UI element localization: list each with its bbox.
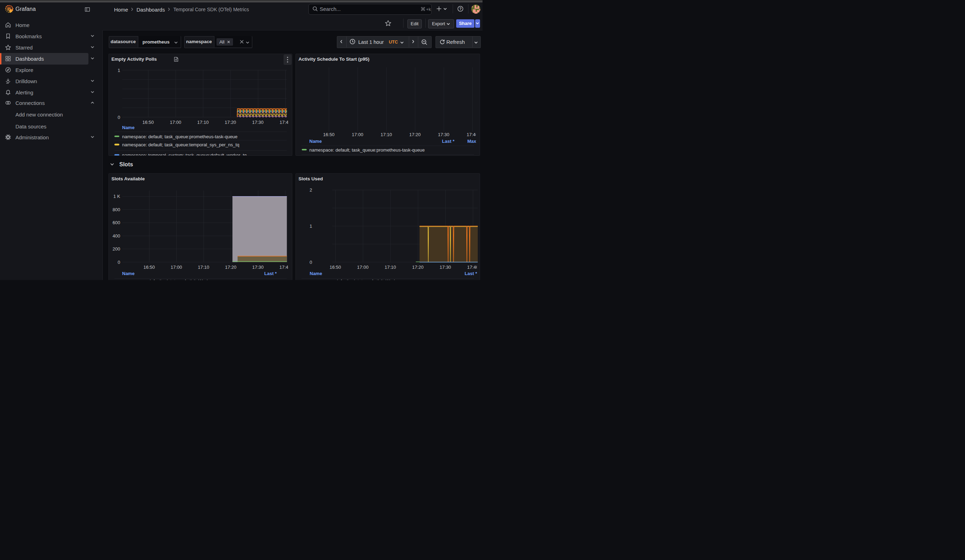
svg-text:?: ? [460,7,462,11]
